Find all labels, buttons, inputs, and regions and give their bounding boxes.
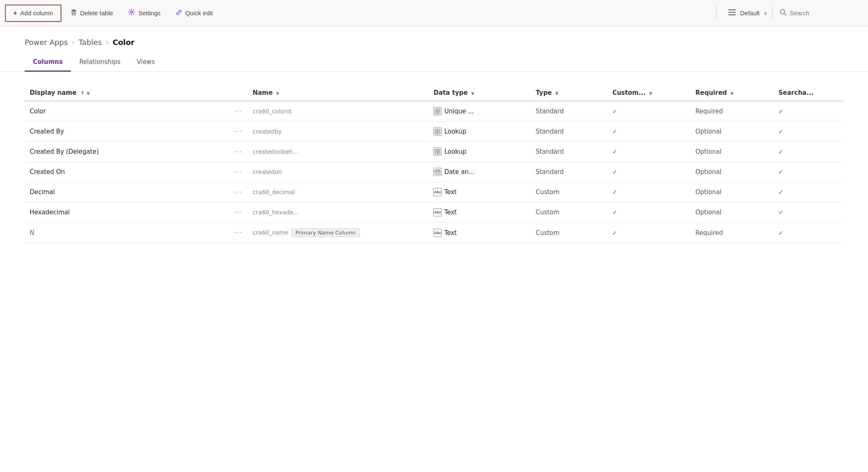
cell-row-options[interactable]: ··· (229, 202, 248, 223)
cell-display-name: Hexadecimal (25, 202, 229, 223)
cell-type: Standard (531, 101, 607, 122)
tab-columns[interactable]: Columns (25, 53, 71, 72)
delete-table-button[interactable]: Delete table (63, 5, 121, 21)
header-name[interactable]: Name ∨ (248, 85, 428, 101)
quick-edit-button[interactable]: Quick edit (168, 5, 220, 21)
cell-data-type: AbcText (428, 223, 531, 243)
table-body: Color···cra60_colorid Unique ...Standard… (25, 101, 843, 243)
display-name-text: N (30, 229, 34, 237)
search-area (772, 5, 863, 21)
default-view-button[interactable]: Default ∨ (723, 6, 772, 20)
default-label: Default (740, 9, 760, 16)
cell-required: Required (690, 223, 774, 243)
primary-name-badge: Primary Name Column (292, 228, 360, 237)
add-column-button[interactable]: + Add column (5, 5, 61, 22)
svg-rect-11 (435, 109, 437, 111)
display-name-text: Decimal (30, 188, 55, 196)
display-name-text: Created On (30, 168, 65, 176)
svg-rect-21 (438, 149, 440, 151)
cell-searchable-check: ✓ (774, 182, 844, 202)
tab-relationships[interactable]: Relationships (71, 53, 129, 72)
cell-required: Optional (690, 162, 774, 182)
breadcrumb-power-apps[interactable]: Power Apps (25, 38, 68, 47)
cell-name: cra60_hexade... (248, 202, 428, 223)
cell-custom-check: ✓ (607, 142, 690, 162)
cell-name: cra60_decimal (248, 182, 428, 202)
cell-type: Custom (531, 223, 607, 243)
header-required[interactable]: Required ∨ (690, 85, 774, 101)
sort-data-type-icon: ∨ (471, 90, 475, 96)
cell-required: Optional (690, 142, 774, 162)
plus-icon: + (13, 9, 17, 17)
table-row: Decimal···cra60_decimalAbcTextCustom✓Opt… (25, 182, 843, 202)
cell-row-options[interactable]: ··· (229, 142, 248, 162)
svg-rect-13 (435, 112, 437, 114)
columns-table: Display name ↑ ∨ Name ∨ Data type ∨ Type… (25, 85, 843, 243)
cell-custom-check: ✓ (607, 162, 690, 182)
cell-searchable-check: ✓ (774, 122, 844, 142)
cell-name: cra60_namePrimary Name Column (248, 223, 428, 243)
svg-point-5 (131, 11, 133, 13)
table-area: Display name ↑ ∨ Name ∨ Data type ∨ Type… (0, 72, 868, 243)
svg-rect-18 (438, 132, 440, 134)
cell-required: Optional (690, 122, 774, 142)
hamburger-icon (728, 9, 736, 16)
table-header-row: Display name ↑ ∨ Name ∨ Data type ∨ Type… (25, 85, 843, 101)
header-display-name[interactable]: Display name ↑ ∨ (25, 85, 229, 101)
svg-rect-12 (438, 109, 440, 111)
display-name-text: Hexadecimal (30, 209, 70, 216)
cell-row-options[interactable]: ··· (229, 162, 248, 182)
chevron-down-icon: ∨ (764, 10, 767, 16)
svg-rect-6 (728, 9, 736, 10)
svg-rect-15 (435, 129, 437, 131)
settings-button[interactable]: Settings (121, 5, 168, 21)
cell-name: createdon (248, 162, 428, 182)
cell-type: Standard (531, 162, 607, 182)
table-row: Created On···createdon Date an...Standar… (25, 162, 843, 182)
cell-name: createdonbeh... (248, 142, 428, 162)
breadcrumb-current: Color (112, 38, 134, 47)
cell-required: Required (690, 101, 774, 122)
cell-type: Standard (531, 122, 607, 142)
breadcrumb-tables[interactable]: Tables (79, 38, 102, 47)
header-custom[interactable]: Custom... ∨ (607, 85, 690, 101)
header-data-type[interactable]: Data type ∨ (428, 85, 531, 101)
cell-custom-check: ✓ (607, 101, 690, 122)
cell-data-type: AbcText (428, 202, 531, 223)
cell-row-options[interactable]: ··· (229, 223, 248, 243)
cell-searchable-check: ✓ (774, 223, 844, 243)
header-searchable[interactable]: Searcha... (774, 85, 844, 101)
svg-rect-23 (438, 152, 440, 154)
sort-custom-icon: ∨ (649, 90, 653, 96)
cell-custom-check: ✓ (607, 223, 690, 243)
cell-data-type: AbcText (428, 182, 531, 202)
tabs: Columns Relationships Views (0, 53, 868, 72)
table-row: Hexadecimal···cra60_hexade...AbcTextCust… (25, 202, 843, 223)
cell-data-type: Unique ... (428, 101, 531, 122)
breadcrumb-sep-2: › (106, 38, 108, 46)
svg-rect-20 (435, 149, 437, 151)
cell-row-options[interactable]: ··· (229, 101, 248, 122)
cell-display-name: Decimal (25, 182, 229, 202)
toolbar: + Add column Delete table Settings (0, 0, 868, 26)
search-input[interactable] (790, 9, 839, 16)
svg-rect-17 (435, 132, 437, 134)
cell-data-type: Lookup (428, 142, 531, 162)
cell-custom-check: ✓ (607, 122, 690, 142)
header-type[interactable]: Type ∨ (531, 85, 607, 101)
svg-rect-7 (728, 12, 736, 13)
svg-rect-14 (438, 112, 440, 114)
cell-type: Standard (531, 142, 607, 162)
cell-row-options[interactable]: ··· (229, 182, 248, 202)
cell-row-options[interactable]: ··· (229, 122, 248, 142)
svg-rect-25 (435, 170, 440, 174)
cell-data-type: Lookup (428, 122, 531, 142)
cell-data-type: Date an... (428, 162, 531, 182)
tab-views[interactable]: Views (129, 53, 163, 72)
svg-point-30 (437, 172, 438, 173)
cell-name: createdby (248, 122, 428, 142)
svg-line-10 (784, 14, 786, 16)
table-row: Created By···createdby LookupStandard✓Op… (25, 122, 843, 142)
sort-required-icon: ∨ (730, 90, 734, 96)
cell-required: Optional (690, 202, 774, 223)
